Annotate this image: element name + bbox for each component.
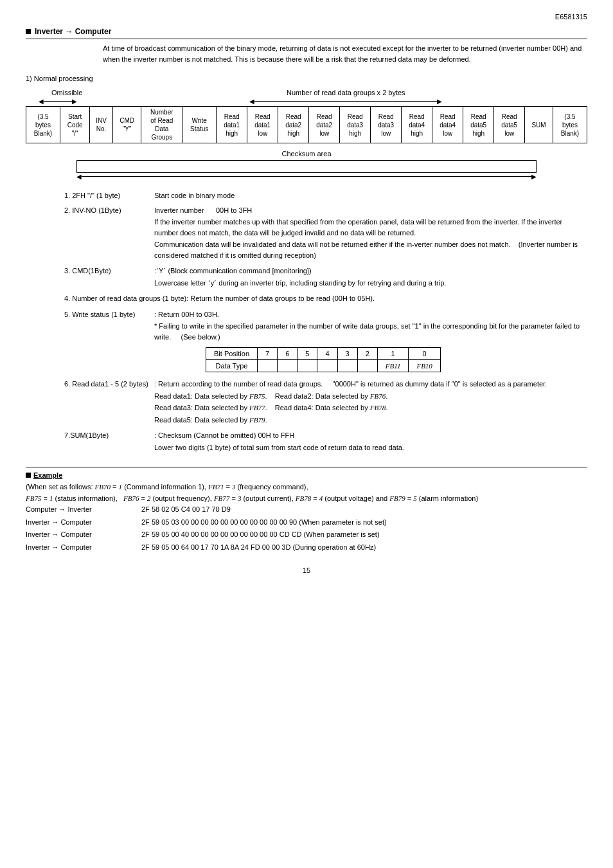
normal-proc-label: 1) Normal processing (26, 75, 587, 82)
col-read-data2-high: Readdata2high (278, 107, 309, 143)
comm-row-1: Computer → Inverter 2F 58 02 05 C4 00 17… (26, 504, 587, 516)
comm-row-2: Inverter → Computer 2F 59 05 03 00 00 00… (26, 517, 587, 529)
item-6-content: : Return according to the number of read… (154, 379, 587, 426)
bit-5: 5 (298, 348, 317, 360)
item-7-label: 7.SUM(1Byte) (26, 430, 154, 454)
bit-3: 3 (337, 348, 357, 360)
item-1-content: Start code in binary mode (154, 190, 587, 201)
col-read-data5-high: Readdata5high (463, 107, 494, 143)
comm-row-4: Inverter → Computer 2F 59 05 00 64 00 17… (26, 542, 587, 554)
bit-4-val (317, 360, 337, 372)
bit-7: 7 (258, 348, 278, 360)
comm-value-1: 2F 58 02 05 C4 00 17 70 D9 (141, 504, 231, 516)
comm-value-2: 2F 59 05 03 00 00 00 00 00 00 00 00 00 0… (141, 517, 387, 529)
doc-number: E6581315 (26, 13, 587, 21)
item-7-content: : Checksum (Cannot be omitted) 00H to FF… (154, 430, 587, 454)
item-4-content: : Return the number of data groups to be… (186, 293, 587, 305)
item-5-content: : Return 00H to 03H. * Failing to write … (154, 309, 587, 344)
bit-pos-header: Bit Position (206, 348, 258, 360)
col-read-data4-high: Readdata4high (402, 107, 432, 143)
bit-0-val: FB10 (409, 360, 440, 372)
item-2-label: 2. INV-NO (1Byte) (26, 205, 154, 262)
bit-7-val (258, 360, 278, 372)
col-blank-left: (3.5bytesBlank) (26, 107, 60, 143)
col-read-data5-low: Readdata5low (494, 107, 525, 143)
item-1-row: 1. 2FH "/" (1 byte) Start code in binary… (26, 190, 587, 201)
right-arrowhead: ▶ (72, 98, 77, 105)
col-read-data1-low: Readdata1low (247, 107, 278, 143)
bit-2: 2 (357, 348, 377, 360)
bit-header-row: Bit Position 7 6 5 4 3 2 1 0 (206, 348, 441, 360)
col-inv-no: INVNo. (90, 107, 112, 143)
col-read-data1-high: Readdata1high (217, 107, 247, 143)
comm-row-3: Inverter → Computer 2F 59 05 00 40 00 00… (26, 529, 587, 541)
item-5-row: 5. Write status (1 byte) : Return 00H to… (26, 309, 587, 344)
item-2-row: 2. INV-NO (1Byte) Inverter number 00H to… (26, 205, 587, 262)
intro-text: At time of broadcast communication of th… (103, 43, 587, 64)
col-read-data3-low: Readdata3low (371, 107, 402, 143)
main-table: (3.5bytesBlank) StartCode"/" INVNo. CMD"… (26, 106, 587, 143)
col-num-read: Numberof ReadDataGroups (141, 107, 182, 143)
col-read-data2-low: Readdata2low (309, 107, 340, 143)
comm-label-4: Inverter → Computer (26, 542, 129, 554)
comm-label-3: Inverter → Computer (26, 529, 129, 541)
col-read-data3-high: Readdata3high (340, 107, 371, 143)
bit-data-row: Data Type FB11 FB10 (206, 360, 441, 372)
bit-3-val (337, 360, 357, 372)
col-blank-right: (3.5bytesBlank) (553, 107, 587, 143)
items-section: 1. 2FH "/" (1 byte) Start code in binary… (26, 190, 587, 454)
item-1-label: 1. 2FH "/" (1 byte) (26, 190, 154, 201)
bit-table: Bit Position 7 6 5 4 3 2 1 0 Data Type F… (206, 347, 441, 372)
bit-1-val: FB11 (377, 360, 409, 372)
checksum-right-arrow: ▶ (531, 173, 537, 180)
omissible-label: Omissible (51, 89, 82, 96)
left-arrowhead: ◀ (39, 98, 44, 105)
bit-0: 0 (409, 348, 440, 360)
bit-table-container: Bit Position 7 6 5 4 3 2 1 0 Data Type F… (206, 347, 587, 372)
item-6-row: 6. Read data1 - 5 (2 bytes) : Return acc… (26, 379, 587, 426)
col-sum: SUM (525, 107, 553, 143)
example-title: Example (26, 471, 587, 479)
num-right-arrowhead: ▶ (437, 98, 442, 105)
item-4-row: 4. Number of read data groups (1 byte) :… (26, 293, 587, 305)
col-write-status: WriteStatus (182, 107, 217, 143)
data-type-label: Data Type (206, 360, 258, 372)
table-row: (3.5bytesBlank) StartCode"/" INVNo. CMD"… (26, 107, 587, 143)
bit-6-val (278, 360, 298, 372)
col-cmd: CMD"Y" (112, 107, 141, 143)
bullet-icon (26, 29, 31, 34)
example-bullet (26, 473, 31, 478)
bit-5-val (298, 360, 317, 372)
item-2-content: Inverter number 00H to 3FH If the invert… (154, 205, 587, 262)
item-3-content: :ʻYʼ (Block communication command [monit… (154, 266, 587, 289)
item-3-row: 3. CMD(1Byte) :ʻYʼ (Block communication … (26, 266, 587, 289)
comm-label-1: Computer → Inverter (26, 504, 129, 516)
col-start-code: StartCode"/" (60, 107, 89, 143)
comm-value-3: 2F 59 05 00 40 00 00 00 00 00 00 00 00 0… (141, 529, 380, 541)
section-title: Inverter → Computer (26, 27, 587, 39)
item-5-label: 5. Write status (1 byte) (26, 309, 154, 344)
item-7-row: 7.SUM(1Byte) : Checksum (Cannot be omitt… (26, 430, 587, 454)
comm-value-4: 2F 59 05 00 64 00 17 70 1A 8A 24 FD 00 0… (141, 542, 376, 554)
checksum-label: Checksum area (281, 147, 331, 160)
comm-label-2: Inverter → Computer (26, 517, 129, 529)
bit-4: 4 (317, 348, 337, 360)
checksum-left-arrow: ◀ (76, 173, 82, 180)
page-number: 15 (26, 566, 587, 574)
item-3-label: 3. CMD(1Byte) (26, 266, 154, 289)
example-text: (When set as follows: FB70 = 1 (Command … (26, 482, 587, 554)
item-4-label: 4. Number of read data groups (1 byte) (26, 293, 186, 305)
num-left-arrowhead: ◀ (249, 98, 254, 105)
num-read-label: Number of read data groups x 2 bytes (249, 89, 442, 96)
example-section: Example (When set as follows: FB70 = 1 (… (26, 467, 587, 554)
col-read-data4-low: Readdata4low (432, 107, 463, 143)
bit-6: 6 (278, 348, 298, 360)
bit-1: 1 (377, 348, 409, 360)
table-container: Omissible ◀ ▶ Number of read data groups… (26, 89, 587, 180)
item-6-label: 6. Read data1 - 5 (2 bytes) (26, 379, 154, 426)
bit-2-val (357, 360, 377, 372)
